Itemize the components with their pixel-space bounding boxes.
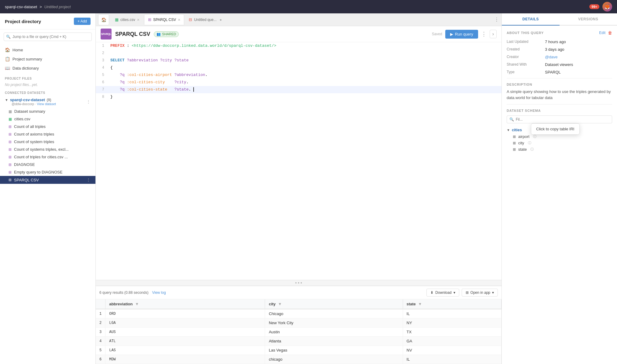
file-item-count-axioms-triples[interactable]: ⊞ Count of axioms triples xyxy=(0,130,95,138)
file-item-cities-csv[interactable]: ▦ cities.csv xyxy=(0,115,95,123)
schema-search-input[interactable] xyxy=(516,117,609,122)
creator-link[interactable]: @dave xyxy=(545,55,557,59)
cell-state: NY xyxy=(403,318,502,328)
file-item-count-triples-cities[interactable]: ⊞ Count of triples for cities.csv ... xyxy=(0,153,95,161)
dataset-options-button[interactable]: ⋮ xyxy=(86,99,91,104)
dataset-count: (9) xyxy=(47,98,51,102)
table-row: 2 LGA New York City NY xyxy=(96,318,502,328)
info-icon-airport[interactable]: ⓘ xyxy=(533,134,536,139)
file-item-empty-query-diagnose[interactable]: ⊞ Empty query to DIAGNOSE xyxy=(0,168,95,176)
code-editor[interactable]: 1 PREFIX : <https://ddw-doccorp.linked.d… xyxy=(96,42,502,280)
details-panel: DETAILS VERSIONS ABOUT THIS QUERY Edit 🗑… xyxy=(502,13,617,364)
download-icon: ⬇ xyxy=(430,290,433,295)
code-line-1: 1 PREFIX : <https://ddw-doccorp.linked.d… xyxy=(96,42,502,50)
sparql-icon: ⊞ xyxy=(9,155,12,159)
info-icon-city[interactable]: ⓘ xyxy=(528,141,531,145)
code-line-4: 4 { xyxy=(96,64,502,71)
add-button[interactable]: + Add xyxy=(74,18,91,25)
sparql-icon: ⊞ xyxy=(9,132,12,136)
delete-icon[interactable]: 🗑 xyxy=(608,30,612,35)
tab-home[interactable]: 🏠 xyxy=(98,14,109,25)
breadcrumb-separator: > xyxy=(40,5,42,9)
cell-abbreviation: LAS xyxy=(105,346,265,355)
shared-label: SHARED xyxy=(162,32,176,36)
notification-badge[interactable]: 99+ xyxy=(589,4,599,9)
header-actions: 99+ 🦊 xyxy=(589,2,612,12)
details-tabs: DETAILS VERSIONS xyxy=(502,13,617,26)
tab-sparql-csv[interactable]: ⊞ SPARQL CSV × xyxy=(144,14,184,25)
sort-icon: ▼ xyxy=(418,302,422,306)
sidebar-header: Project directory + Add xyxy=(0,13,95,29)
query-options-button[interactable]: ⋮ xyxy=(481,31,487,37)
file-item-label: Dataset summary xyxy=(14,109,91,114)
tab-more-button[interactable]: ⋮ xyxy=(494,17,499,22)
details-content: ABOUT THIS QUERY Edit 🗑 Last Updated 7 h… xyxy=(502,26,617,364)
search-input[interactable] xyxy=(4,33,92,41)
sidebar-item-project-summary[interactable]: 📋 Project summary xyxy=(0,54,95,64)
run-label: Run query xyxy=(455,32,473,36)
copy-iri-tooltip[interactable]: Click to copy table IRI xyxy=(531,123,580,135)
query-logo-text: SPARQL xyxy=(101,33,111,36)
schema-field-city: ▦ city ⓘ xyxy=(507,140,612,146)
query-title: SPARQL CSV xyxy=(115,31,150,37)
sidebar-item-home[interactable]: 🏠 Home xyxy=(0,45,95,54)
sidebar-item-data-dictionary[interactable]: 📖 Data dictionary xyxy=(0,64,95,73)
nav-project-summary-label: Project summary xyxy=(12,57,42,61)
open-app-chevron-icon: ▾ xyxy=(492,290,494,295)
open-in-app-button[interactable]: ⊞ Open in app ▾ xyxy=(462,289,498,297)
table-row: 1 ORD Chicago IL xyxy=(96,309,502,318)
description-text: A simple query showing how to use the tr… xyxy=(507,89,612,101)
edit-link[interactable]: Edit xyxy=(599,31,605,35)
file-item-options-button[interactable]: ⋮ xyxy=(86,177,91,182)
run-query-button[interactable]: ▶ Run query xyxy=(445,30,478,39)
col-header-city[interactable]: city ▼ xyxy=(265,299,403,309)
tab-cities-csv[interactable]: ▦ cities.csv × xyxy=(111,14,143,25)
results-table-scroll[interactable]: abbreviation ▼ city ▼ state ▼ xyxy=(96,299,502,364)
col-header-abbreviation[interactable]: abbreviation ▼ xyxy=(105,299,265,309)
tab-sparql-csv-close[interactable]: × xyxy=(178,18,180,22)
resize-handle[interactable]: • • • xyxy=(96,280,502,286)
dataset-name[interactable]: sparql-csv-dataset xyxy=(10,98,45,102)
cell-abbreviation: ATL xyxy=(105,337,265,346)
view-dataset-link[interactable]: View dataset xyxy=(37,102,56,106)
tab-cities-csv-close[interactable]: × xyxy=(137,18,140,22)
table-name-cities[interactable]: cities xyxy=(512,128,522,132)
field-type-icon: ▦ xyxy=(513,141,516,145)
field-name-city: city xyxy=(518,141,524,145)
cell-state: IL xyxy=(403,355,502,364)
col-header-state[interactable]: state ▼ xyxy=(403,299,502,309)
cell-state: IL xyxy=(403,309,502,318)
sparql-icon: ⊞ xyxy=(9,163,12,167)
project-name-link[interactable]: sparql-csv-dataset xyxy=(5,5,37,9)
file-item-diagnose[interactable]: ⊞ DIAGNOSE xyxy=(0,161,95,168)
table-row: 3 AUS Austin TX xyxy=(96,328,502,337)
tab-untitled-query-label: Untitled que... xyxy=(194,18,216,22)
panel-toggle-button[interactable]: › xyxy=(490,30,497,38)
view-log-link[interactable]: View log xyxy=(152,290,166,295)
dataset-chevron-icon[interactable]: ▼ xyxy=(5,98,8,102)
info-icon-state[interactable]: ⓘ xyxy=(530,147,534,152)
shared-icon: 👥 xyxy=(157,32,161,36)
file-item-dataset-summary[interactable]: ▦ Dataset summary xyxy=(0,108,95,115)
tab-details[interactable]: DETAILS xyxy=(502,13,560,26)
open-app-label: Open in app xyxy=(471,290,490,295)
cell-abbreviation: AUS xyxy=(105,328,265,337)
file-item-count-systems-triples-excl[interactable]: ⊞ Count of systems triples, excl... xyxy=(0,146,95,153)
field-type-icon: ▦ xyxy=(513,147,516,151)
sparql-icon: ⊞ xyxy=(9,125,12,129)
chevron-down-icon: ▼ xyxy=(507,128,510,132)
file-item-count-system-triples[interactable]: ⊞ Count of system triples xyxy=(0,138,95,146)
avatar[interactable]: 🦊 xyxy=(602,2,612,12)
divider xyxy=(507,78,612,78)
tab-untitled-query[interactable]: ⊟ Untitled que... ● xyxy=(185,14,226,25)
cell-city: Chicago xyxy=(265,309,403,318)
download-button[interactable]: ⬇ Download ▾ xyxy=(426,289,459,297)
tab-versions[interactable]: VERSIONS xyxy=(560,13,617,25)
file-item-sparql-csv[interactable]: ⊞ SPARQL CSV ⋮ xyxy=(0,176,95,184)
file-item-label: Count of triples for cities.csv ... xyxy=(14,155,91,159)
sparql-csv-icon: ⊞ xyxy=(9,178,12,182)
field-name-state: state xyxy=(518,147,527,152)
field-name-airport: airport xyxy=(518,134,529,139)
file-item-count-all-triples[interactable]: ⊞ Count of all triples xyxy=(0,123,95,130)
tab-bar: 🏠 ▦ cities.csv × ⊞ SPARQL CSV × ⊟ Untitl… xyxy=(96,13,502,26)
